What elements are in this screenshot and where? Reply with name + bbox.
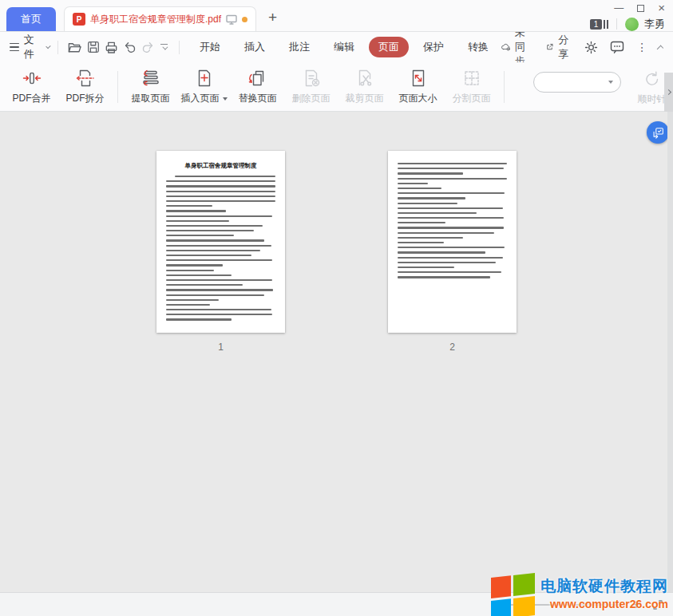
- unsaved-dot-icon: [242, 17, 247, 22]
- page-size-label: 页面大小: [399, 92, 437, 105]
- zoom-slider[interactable]: [510, 604, 622, 606]
- page-size-icon: [408, 68, 429, 89]
- zoom-controls: − +: [488, 593, 663, 616]
- doc-tab-title: 单身职工宿舍规章管理制度.pdf: [90, 13, 221, 26]
- rotate-clockwise-label: 顺时针: [638, 93, 667, 106]
- insert-pages-label: 插入页面: [181, 92, 220, 105]
- status-bar: − +: [0, 592, 673, 616]
- crop-pages-button[interactable]: 裁剪页面: [338, 65, 391, 109]
- share-label: 分享: [558, 33, 572, 61]
- open-button[interactable]: [65, 37, 84, 57]
- close-button[interactable]: ×: [658, 2, 665, 14]
- page-number-2: 2: [388, 342, 517, 353]
- fit-screen-button[interactable]: [652, 599, 663, 610]
- split-page-button[interactable]: 分割页面: [445, 65, 498, 109]
- feedback-icon[interactable]: [610, 41, 624, 53]
- hamburger-icon: [10, 43, 19, 52]
- window-tab-bar: 首页 P 单身职工宿舍规章管理制度.pdf + — × 1 李勇: [0, 0, 673, 32]
- undo-button[interactable]: [121, 37, 139, 57]
- zoom-in-button[interactable]: +: [628, 598, 644, 611]
- split-page-label: 分割页面: [453, 92, 491, 105]
- more-commands-button[interactable]: [157, 37, 171, 57]
- monitor-icon: [226, 14, 237, 25]
- file-menu-button[interactable]: 文件: [24, 33, 41, 61]
- combobox-chevron-icon: [608, 81, 613, 84]
- replace-pages-button[interactable]: 替换页面: [231, 65, 284, 109]
- user-avatar[interactable]: [625, 18, 639, 31]
- doc-to-device-icon: [651, 126, 665, 140]
- split-page-icon: [461, 68, 482, 89]
- crop-pages-icon: [354, 68, 375, 89]
- extract-pages-label: 提取页面: [132, 92, 170, 105]
- replace-pages-icon: [247, 68, 268, 89]
- save-button[interactable]: [84, 37, 102, 57]
- minimize-button[interactable]: —: [614, 2, 624, 14]
- pdf-split-button[interactable]: PDF拆分: [58, 65, 112, 109]
- page-size-combobox[interactable]: [533, 72, 621, 93]
- pdf-merge-button[interactable]: PDF合并: [5, 65, 58, 109]
- page-number-1: 1: [156, 342, 285, 353]
- clockwise-rotate-icon: [642, 69, 663, 89]
- menu-tab-start[interactable]: 开始: [190, 37, 230, 57]
- pdf-split-label: PDF拆分: [66, 92, 105, 105]
- pdf-split-icon: [75, 68, 96, 89]
- print-button[interactable]: [102, 37, 121, 57]
- crop-pages-label: 裁剪页面: [346, 92, 384, 105]
- extract-pages-icon: [141, 68, 161, 89]
- menu-tab-edit[interactable]: 编辑: [324, 37, 364, 57]
- tab-home[interactable]: 首页: [6, 7, 56, 31]
- insert-pages-dropdown-icon[interactable]: [223, 97, 228, 101]
- maximize-button[interactable]: [637, 5, 644, 12]
- document-canvas: 单身职工宿舍规章管理制度: [0, 112, 673, 592]
- pdf-merge-icon: [22, 68, 42, 89]
- pdf-merge-label: PDF合并: [13, 92, 51, 105]
- zoom-slider-thumb[interactable]: [517, 601, 524, 608]
- replace-pages-label: 替换页面: [239, 92, 277, 105]
- pdf-file-icon: P: [73, 13, 85, 26]
- tab-document[interactable]: P 单身职工宿舍规章管理制度.pdf: [64, 6, 256, 31]
- ribbon-expand-button[interactable]: [664, 73, 673, 112]
- menu-tab-annotate[interactable]: 批注: [279, 37, 319, 57]
- session-row: 1 李勇: [590, 17, 665, 31]
- page-ribbon: PDF合并 PDF拆分 提取页面 插入页面 替换页面 删除页面 裁剪页面: [0, 62, 673, 112]
- delete-pages-label: 删除页面: [292, 92, 331, 105]
- wps-pdf-window: 首页 P 单身职工宿舍规章管理制度.pdf + — × 1 李勇 文: [0, 0, 673, 616]
- zoom-out-button[interactable]: −: [488, 598, 504, 611]
- page-size-button[interactable]: 页面大小: [391, 65, 445, 109]
- collapse-ribbon-button[interactable]: [657, 45, 663, 51]
- extract-pages-button[interactable]: 提取页面: [124, 65, 177, 109]
- insert-pages-icon: [194, 68, 215, 89]
- menu-tab-convert[interactable]: 转换: [458, 37, 498, 57]
- window-count: 1: [590, 19, 602, 30]
- insert-pages-button[interactable]: 插入页面: [177, 65, 231, 109]
- page-thumbnail-2[interactable]: [388, 151, 517, 333]
- mobile-transfer-button[interactable]: [647, 121, 669, 144]
- redo-button[interactable]: [139, 37, 157, 57]
- vertical-scrollbar[interactable]: [667, 112, 673, 592]
- settings-gear-icon[interactable]: [584, 41, 598, 54]
- window-controls: — ×: [614, 2, 665, 14]
- window-list-badge[interactable]: 1: [590, 19, 608, 30]
- page-thumbnail-1[interactable]: 单身职工宿舍规章管理制度: [156, 151, 285, 333]
- delete-pages-button[interactable]: 删除页面: [284, 65, 338, 109]
- menu-tab-page[interactable]: 页面: [369, 37, 409, 57]
- user-name[interactable]: 李勇: [644, 17, 665, 31]
- menu-bar: 文件 开始 插入 批注 编辑 页面 保护 转换 未同步: [0, 32, 673, 62]
- chevron-down-icon: [46, 43, 51, 48]
- delete-pages-icon: [301, 68, 322, 89]
- menu-tab-insert[interactable]: 插入: [235, 37, 275, 57]
- share-button[interactable]: 分享: [545, 33, 572, 61]
- overflow-menu-button[interactable]: ⋮: [636, 41, 647, 53]
- new-tab-button[interactable]: +: [268, 10, 277, 25]
- menu-tab-protect[interactable]: 保护: [414, 37, 453, 57]
- page1-title: 单身职工宿舍规章管理制度: [166, 162, 275, 170]
